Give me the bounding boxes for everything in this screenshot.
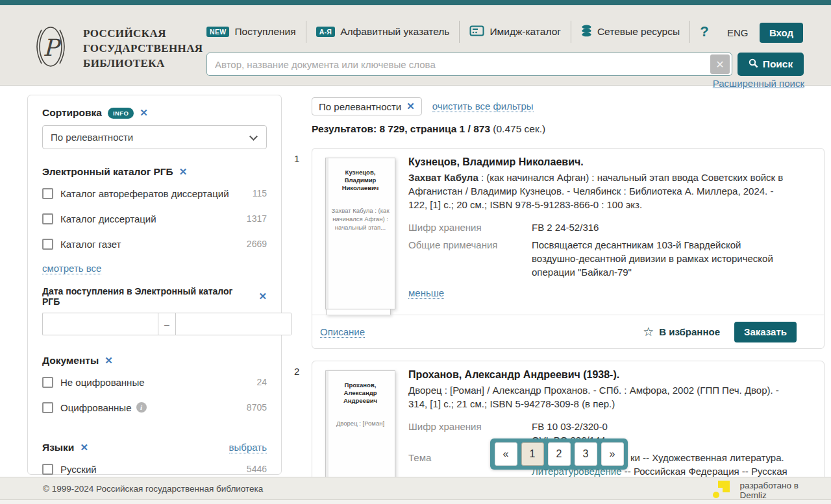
- result-author-heading[interactable]: Кузнецов, Владимир Николаевич.: [408, 156, 811, 168]
- choose-languages-link[interactable]: выбрать: [229, 442, 267, 453]
- rgb-monogram-logo[interactable]: Р: [30, 18, 71, 77]
- add-to-favorites-button[interactable]: ☆ В избранное: [643, 324, 720, 339]
- order-button[interactable]: Заказать: [734, 322, 797, 342]
- pagination-next-button[interactable]: »: [601, 442, 624, 466]
- nav-item-alphabetical-index[interactable]: А-Я Алфавитный указатель: [316, 26, 450, 38]
- languages-section-header: Языки ✕ выбрать: [42, 442, 267, 453]
- pagination-page-3[interactable]: 3: [575, 442, 597, 466]
- copyright-text: © 1999-2024 Российская государственная б…: [43, 484, 263, 494]
- divider: [689, 21, 690, 43]
- login-button[interactable]: Вход: [760, 23, 803, 43]
- search-time: (0.475 сек.): [490, 123, 545, 134]
- filter-label: Оцифрованные: [60, 402, 132, 413]
- top-navigation: NEW Поступления А-Я Алфавитный указатель: [206, 19, 709, 44]
- sort-selected-value: По релевантности: [51, 132, 133, 143]
- page-footer: © 1999-2024 Российская государственная б…: [0, 477, 831, 499]
- filter-option-row: Русский 5446: [42, 459, 267, 479]
- results-count: Результатов: 8 729, страница 1 / 873: [312, 123, 490, 134]
- help-button[interactable]: ?: [700, 23, 708, 40]
- checkbox[interactable]: [42, 464, 53, 475]
- divider: [459, 21, 460, 43]
- pagination-page-1[interactable]: 1: [521, 442, 544, 466]
- cover-title-text: Дворец : [Роман]: [331, 419, 390, 427]
- nav-label: Сетевые ресурсы: [597, 26, 680, 38]
- library-name-line: РОССИЙСКАЯ: [83, 26, 203, 41]
- result-bibliographic-description: Захват Кабула : (как начинался Афган) : …: [408, 171, 790, 211]
- filter-count: 8705: [247, 402, 267, 413]
- library-name-line: БИБЛИОТЕКА: [83, 56, 203, 71]
- detail-value: FB 2 24-52/316: [532, 221, 790, 234]
- date-title: Дата поступления в Электронный каталог Р…: [42, 286, 253, 307]
- date-reset-icon[interactable]: ✕: [258, 291, 267, 302]
- filter-option-row: Оцифрованные i 8705: [42, 398, 267, 417]
- checkbox[interactable]: [42, 239, 53, 250]
- developer-credit[interactable]: разработано в Demliz: [712, 479, 799, 502]
- date-from-input[interactable]: [42, 313, 158, 335]
- info-tooltip-icon: i: [136, 402, 147, 413]
- database-icon: [581, 25, 592, 40]
- sort-select[interactable]: По релевантности: [42, 125, 267, 149]
- cover-title-text: Захват Кабула : (как начинался Афган) : …: [331, 206, 390, 232]
- date-to-input[interactable]: [176, 313, 291, 335]
- top-accent-strip: [0, 0, 831, 5]
- checkbox[interactable]: [42, 188, 53, 199]
- a-z-badge: А-Я: [316, 27, 336, 37]
- search-input[interactable]: [206, 53, 732, 76]
- description-link[interactable]: Описание: [320, 326, 365, 338]
- info-badge: INFO: [108, 108, 134, 119]
- nav-label: Алфавитный указатель: [340, 26, 449, 38]
- clear-all-filters-link[interactable]: очистить все фильтры: [432, 101, 534, 112]
- nav-item-network-resources[interactable]: Сетевые ресурсы: [581, 25, 680, 40]
- clear-search-button[interactable]: ✕: [710, 54, 730, 74]
- filter-label: Каталог газет: [60, 239, 121, 250]
- sort-section-header: Сортировка INFO ✕: [42, 107, 267, 119]
- chevron-down-icon: [249, 132, 258, 141]
- show-less-link[interactable]: меньше: [408, 287, 444, 299]
- active-filter-chip: По релевантности ✕: [312, 97, 422, 115]
- star-icon: ☆: [643, 324, 654, 339]
- date-range: –: [42, 313, 267, 335]
- page-header: Р РОССИЙСКАЯ ГОСУДАРСТВЕННАЯ БИБЛИОТЕКА …: [0, 5, 831, 86]
- filter-label: Русский: [60, 464, 97, 475]
- filters-sidebar: Сортировка INFO ✕ По релевантности Элект…: [27, 95, 282, 475]
- sort-reset-icon[interactable]: ✕: [140, 107, 148, 119]
- catalog-reset-icon[interactable]: ✕: [179, 166, 188, 178]
- detail-label: Общие примечания: [408, 238, 532, 279]
- documents-reset-icon[interactable]: ✕: [105, 355, 113, 366]
- advanced-search-link[interactable]: Расширенный поиск: [713, 78, 804, 89]
- nav-item-image-catalog[interactable]: Имидж-каталог: [469, 25, 560, 39]
- search-button-label: Поиск: [763, 58, 793, 70]
- detail-value: Посвящается десантникам 103-й Гвардейско…: [532, 238, 790, 279]
- filter-label: Каталог диссертаций: [60, 213, 156, 224]
- search-button[interactable]: Поиск: [738, 53, 804, 76]
- nav-item-new-arrivals[interactable]: NEW Поступления: [206, 26, 296, 38]
- checkbox[interactable]: [42, 213, 53, 224]
- nav-label: Имидж-каталог: [490, 26, 560, 38]
- result-desc-text: Дворец : [Роман] / Александр Проханов. -…: [408, 385, 779, 409]
- filter-count: 24: [256, 377, 267, 387]
- results-summary: Результатов: 8 729, страница 1 / 873 (0.…: [312, 123, 545, 135]
- pagination-page-2[interactable]: 2: [548, 442, 571, 466]
- date-section-header: Дата поступления в Электронный каталог Р…: [42, 286, 267, 307]
- result-author-heading[interactable]: Проханов, Александр Андреевич (1938-).: [408, 369, 811, 381]
- result-body: Кузнецов, Владимир Николаевич. Захват Ка…: [408, 156, 811, 299]
- filter-option-row: Не оцифрованные 24: [42, 372, 267, 392]
- book-cover-thumbnail[interactable]: Кузнецов, Владимир Николаевич Захват Каб…: [325, 158, 397, 315]
- cover-author-text: Проханов, Александр Андреевич: [331, 381, 390, 405]
- book-cover-face: Кузнецов, Владимир Николаевич Захват Каб…: [325, 158, 395, 309]
- checkbox[interactable]: [42, 402, 53, 413]
- pagination-prev-button[interactable]: «: [495, 442, 517, 466]
- checkbox[interactable]: [42, 377, 53, 388]
- rsl-catalog-page: Р РОССИЙСКАЯ ГОСУДАРСТВЕННАЯ БИБЛИОТЕКА …: [0, 0, 831, 504]
- filter-count: 115: [253, 188, 267, 198]
- result-actions: Описание ☆ В избранное Заказать: [312, 315, 824, 348]
- search-bar: ✕: [206, 53, 732, 76]
- see-all-link[interactable]: смотреть все: [42, 263, 101, 274]
- languages-reset-icon[interactable]: ✕: [80, 442, 88, 453]
- active-filters-row: По релевантности ✕ очистить все фильтры: [312, 97, 534, 115]
- language-toggle[interactable]: ENG: [727, 27, 749, 38]
- chip-remove-icon[interactable]: ✕: [406, 101, 415, 112]
- detail-row: Общие примечания Посвящается десантникам…: [408, 238, 811, 279]
- sort-title: Сортировка: [42, 107, 102, 119]
- theme-rest: -- Российская Федерация -- Русская: [622, 466, 788, 477]
